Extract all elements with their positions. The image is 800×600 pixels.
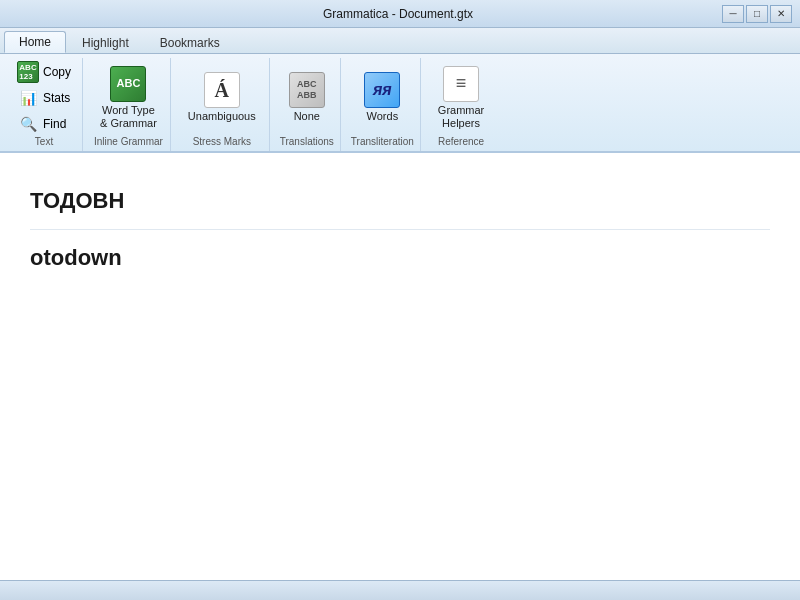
copy-label: Copy bbox=[43, 65, 71, 79]
tab-bar: Home Highlight Bookmarks bbox=[0, 28, 800, 54]
find-icon: 🔍 bbox=[17, 113, 39, 135]
window-controls: ─ □ ✕ bbox=[722, 5, 792, 23]
document-area: ТОДОВН otodown bbox=[0, 153, 800, 580]
find-label: Find bbox=[43, 117, 66, 131]
document-section-2: otodown bbox=[30, 230, 770, 286]
transliteration-group-label: Transliteration bbox=[351, 136, 414, 149]
ribbon-group-inline-grammar: ABC Word Type& Grammar Inline Grammar bbox=[87, 58, 171, 151]
minimize-button[interactable]: ─ bbox=[722, 5, 744, 23]
none-icon: ABCABB bbox=[289, 72, 325, 108]
window-title: Grammatica - Document.gtx bbox=[74, 7, 722, 21]
word-type-icon: ABC bbox=[110, 66, 146, 102]
words-label: Words bbox=[367, 110, 399, 123]
word-type-grammar-button[interactable]: ABC Word Type& Grammar bbox=[93, 61, 164, 135]
text-buttons: ABC123 Copy 📊 Stats 🔍 Find bbox=[12, 60, 76, 136]
tab-home[interactable]: Home bbox=[4, 31, 66, 53]
document-text-2: otodown bbox=[30, 245, 122, 270]
grammar-helpers-label: GrammarHelpers bbox=[438, 104, 484, 130]
reference-buttons: ≡ GrammarHelpers bbox=[431, 60, 491, 136]
transliteration-buttons: яя Words bbox=[357, 60, 407, 136]
stats-label: Stats bbox=[43, 91, 70, 105]
maximize-button[interactable]: □ bbox=[746, 5, 768, 23]
translations-buttons: ABCABB None bbox=[282, 60, 332, 136]
none-button[interactable]: ABCABB None bbox=[282, 67, 332, 129]
unambiguous-icon: Á bbox=[204, 72, 240, 108]
close-button[interactable]: ✕ bbox=[770, 5, 792, 23]
inline-grammar-group-label: Inline Grammar bbox=[94, 136, 163, 149]
word-type-label: Word Type& Grammar bbox=[100, 104, 157, 130]
text-group-label: Text bbox=[35, 136, 53, 149]
unambiguous-label: Unambiguous bbox=[188, 110, 256, 123]
none-label: None bbox=[294, 110, 320, 123]
copy-icon: ABC123 bbox=[17, 61, 39, 83]
translations-group-label: Translations bbox=[280, 136, 334, 149]
reference-group-label: Reference bbox=[438, 136, 484, 149]
ribbon: ABC123 Copy 📊 Stats 🔍 Find Text ABC Word… bbox=[0, 54, 800, 153]
stress-marks-group-label: Stress Marks bbox=[193, 136, 251, 149]
ribbon-group-reference: ≡ GrammarHelpers Reference bbox=[425, 58, 497, 151]
words-button[interactable]: яя Words bbox=[357, 67, 407, 129]
find-button[interactable]: 🔍 Find bbox=[12, 112, 76, 136]
ribbon-group-translations: ABCABB None Translations bbox=[274, 58, 341, 151]
title-bar: Grammatica - Document.gtx ─ □ ✕ bbox=[0, 0, 800, 28]
stress-marks-buttons: Á Unambiguous bbox=[181, 60, 263, 136]
tab-highlight[interactable]: Highlight bbox=[67, 31, 144, 53]
inline-grammar-buttons: ABC Word Type& Grammar bbox=[93, 60, 164, 136]
ribbon-group-text: ABC123 Copy 📊 Stats 🔍 Find Text bbox=[6, 58, 83, 151]
unambiguous-button[interactable]: Á Unambiguous bbox=[181, 67, 263, 129]
document-section-1: ТОДОВН bbox=[30, 173, 770, 230]
stats-button[interactable]: 📊 Stats bbox=[12, 86, 76, 110]
stats-icon: 📊 bbox=[17, 87, 39, 109]
tab-bookmarks[interactable]: Bookmarks bbox=[145, 31, 235, 53]
status-bar bbox=[0, 580, 800, 600]
ribbon-group-transliteration: яя Words Transliteration bbox=[345, 58, 421, 151]
ribbon-group-stress-marks: Á Unambiguous Stress Marks bbox=[175, 58, 270, 151]
words-icon: яя bbox=[364, 72, 400, 108]
grammar-helpers-icon: ≡ bbox=[443, 66, 479, 102]
grammar-helpers-button[interactable]: ≡ GrammarHelpers bbox=[431, 61, 491, 135]
document-text-1: ТОДОВН bbox=[30, 188, 124, 213]
copy-button[interactable]: ABC123 Copy bbox=[12, 60, 76, 84]
